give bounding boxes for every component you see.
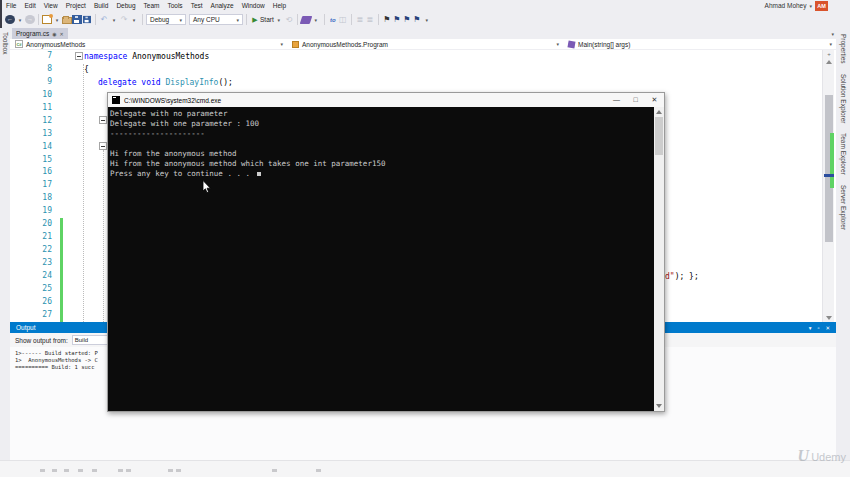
new-project-caret-icon[interactable]: ▾ <box>52 14 62 26</box>
start-debug-caret-icon[interactable]: ▾ <box>274 14 284 26</box>
menu-item[interactable]: View <box>44 2 58 9</box>
menu-item[interactable]: File <box>6 2 16 9</box>
menu-item[interactable]: Help <box>273 2 286 9</box>
menu-item[interactable]: Tools <box>167 2 182 9</box>
member-dropdown[interactable]: Main(string[] args) ▾ <box>563 39 836 49</box>
undo-caret-icon[interactable]: ▾ <box>109 14 119 26</box>
save-icon[interactable] <box>72 15 82 24</box>
bookmark-icon[interactable]: ⚑ <box>382 14 392 26</box>
member-dropdown-value: Main(string[] args) <box>578 41 630 48</box>
menu-item[interactable]: Team <box>144 2 160 9</box>
menu-item[interactable]: Window <box>242 2 265 9</box>
toolbar-separator <box>297 14 298 25</box>
save-all-icon[interactable] <box>83 16 91 23</box>
fold-collapse-icon[interactable] <box>99 142 107 150</box>
udemy-brand-text: Udemy <box>811 451 846 464</box>
cmd-title: C:\WINDOWS\system32\cmd.exe <box>124 97 221 104</box>
menu-bar: FileEditViewProjectBuildDebugTeamToolsTe… <box>0 0 850 11</box>
start-debug-button[interactable]: ▶ <box>250 14 260 26</box>
cmd-window-buttons: — □ ✕ <box>607 93 664 107</box>
scrollbar-thumb[interactable] <box>655 117 663 155</box>
close-icon[interactable]: ✕ <box>60 31 64 37</box>
clear-bookmarks-icon[interactable]: ⚑ <box>412 14 422 26</box>
scroll-down-icon[interactable] <box>656 404 662 408</box>
chevron-down-icon[interactable]: ▾ <box>809 325 812 331</box>
navigate-back-icon[interactable]: ← <box>5 15 15 24</box>
scroll-up-icon[interactable] <box>826 60 832 64</box>
line-number: 14 <box>30 141 52 154</box>
tab-label: Program.cs <box>16 30 49 37</box>
panel-tab-toolbox[interactable]: Toolbox <box>2 32 9 54</box>
menu-item[interactable]: Build <box>94 2 108 9</box>
cmd-scrollbar[interactable] <box>654 107 664 411</box>
class-icon <box>292 41 299 48</box>
intellitrace-icon[interactable] <box>299 16 312 24</box>
scrollbar-caret-marker <box>824 174 834 177</box>
panel-tab[interactable]: Server Explorer <box>840 185 847 230</box>
chevron-down-icon: ▾ <box>179 17 182 23</box>
project-dropdown[interactable]: C# AnonymousMethods ▾ <box>10 39 287 49</box>
chevron-down-icon[interactable]: ▾ <box>809 3 812 9</box>
type-dropdown[interactable]: AnonymousMethods.Program ▾ <box>287 39 563 49</box>
minimize-icon[interactable]: — <box>607 93 626 107</box>
type-token: DisplayInfo <box>161 78 219 87</box>
menu-item[interactable]: Debug <box>116 2 135 9</box>
maximize-icon[interactable]: □ <box>626 93 645 107</box>
restart-icon[interactable]: ⟲ <box>284 14 294 26</box>
comment-icon[interactable]: ≣ <box>355 14 365 26</box>
toolbar-separator <box>95 14 96 25</box>
new-project-icon[interactable] <box>42 15 52 24</box>
tab-program-cs[interactable]: Program.cs ◉ ✕ <box>12 28 68 39</box>
navigate-to-icon[interactable]: to <box>328 14 338 26</box>
menu-item[interactable]: Test <box>191 2 203 9</box>
uncomment-icon[interactable]: ≣ <box>365 14 375 26</box>
redo-caret-icon[interactable]: ▾ <box>129 14 139 26</box>
account-name[interactable]: Ahmad Mohey <box>765 2 807 9</box>
editor-scrollbar[interactable]: + <box>822 50 834 322</box>
close-icon[interactable]: ✕ <box>645 93 664 107</box>
indent-guide <box>103 150 104 322</box>
redo-icon[interactable]: ↷ <box>119 14 129 26</box>
cmd-window[interactable]: C:\WINDOWS\system32\cmd.exe — □ ✕ Delega… <box>107 92 665 412</box>
fold-collapse-icon[interactable] <box>75 52 83 60</box>
next-bookmark-icon[interactable]: ⚑ <box>402 14 412 26</box>
toolbar: ← ▾ → ▾ ↶ ▾ ↷ ▾ Debug ▾ Any CPU ▾ ▶ Star… <box>0 11 850 28</box>
cmd-output-area[interactable]: Delegate with no parameterDelegate with … <box>108 107 654 411</box>
open-file-icon[interactable] <box>62 17 72 24</box>
account-avatar[interactable]: AM <box>815 1 828 11</box>
tab-list-caret-icon[interactable]: ▾ <box>831 31 834 37</box>
panel-tab[interactable]: Team Explorer <box>840 133 847 175</box>
scroll-down-icon[interactable] <box>826 316 832 320</box>
bottom-strip <box>0 460 850 477</box>
menu-item[interactable]: Project <box>66 2 86 9</box>
pin-icon[interactable]: ▫ <box>817 325 819 331</box>
split-editor-icon[interactable]: + <box>823 50 835 59</box>
solution-platform-value: Any CPU <box>193 16 220 23</box>
close-icon[interactable]: ✕ <box>825 325 830 331</box>
start-debug-label[interactable]: Start <box>260 14 274 26</box>
navigate-back-caret-icon[interactable]: ▾ <box>15 14 25 26</box>
toolbar-separator <box>324 14 325 25</box>
menu-item[interactable]: Analyze <box>211 2 234 9</box>
solution-configurations-dropdown[interactable]: Debug ▾ <box>146 14 186 25</box>
panel-tab[interactable]: Solution Explorer <box>840 74 847 124</box>
navigate-forward-icon[interactable]: → <box>25 15 35 24</box>
menu-item[interactable]: Edit <box>24 2 35 9</box>
scroll-up-icon[interactable] <box>656 110 662 114</box>
console-line <box>110 139 654 149</box>
previous-bookmark-icon[interactable]: ⚑ <box>392 14 402 26</box>
line-number: 10 <box>30 89 52 102</box>
fold-collapse-icon[interactable] <box>99 116 107 124</box>
chevron-down-icon: ▾ <box>556 41 559 47</box>
cmd-output-lines: Delegate with no parameterDelegate with … <box>110 109 654 169</box>
find-in-files-icon[interactable]: ◫ <box>338 14 348 26</box>
scrollbar-change-annotation <box>830 133 834 188</box>
cmd-title-bar[interactable]: C:\WINDOWS\system32\cmd.exe — □ ✕ <box>108 93 664 107</box>
bookmarks-caret-icon[interactable]: ▾ <box>422 14 432 26</box>
taskbar-mark <box>64 469 69 472</box>
solution-platforms-dropdown[interactable]: Any CPU ▾ <box>189 14 243 25</box>
line-number: 26 <box>30 296 52 309</box>
undo-icon[interactable]: ↶ <box>99 14 109 26</box>
panel-tab[interactable]: Properties <box>840 34 847 64</box>
pin-icon[interactable]: ◉ <box>52 31 56 37</box>
